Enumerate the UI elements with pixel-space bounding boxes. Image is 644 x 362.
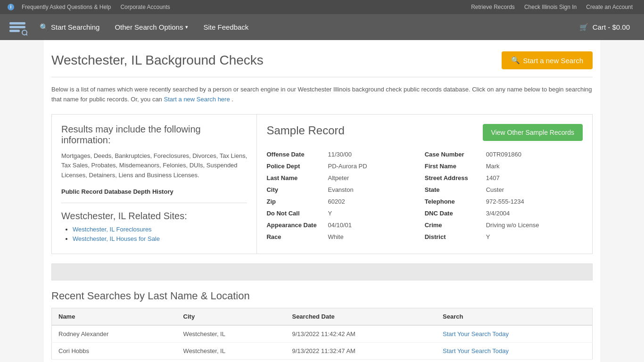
start-searching-link[interactable]: 🔍 Start Searching: [33, 19, 106, 35]
recent-searches-table: Name City Searched Date Search Rodney Al…: [51, 308, 593, 360]
field-value: Y: [486, 233, 490, 240]
record-field: Case Number 00TR091860: [425, 148, 583, 160]
field-value: Evanston: [328, 186, 353, 193]
corporate-accounts-link[interactable]: Corporate Accounts: [120, 4, 170, 10]
field-label: Case Number: [425, 151, 486, 158]
related-heading: Westchester, IL Related Sites:: [61, 211, 247, 222]
record-field: Police Dept PD-Aurora PD: [266, 160, 424, 172]
field-label: Last Name: [266, 174, 328, 181]
list-item: Westchester, IL Houses for Sale: [73, 235, 247, 242]
row-search: Start Your Search Today: [436, 342, 592, 359]
check-illinois-signin-link[interactable]: Check Illinois Sign In: [524, 4, 577, 10]
field-label: Race: [266, 233, 328, 240]
row-city: Westchester, IL: [177, 342, 286, 359]
record-field: State Custer: [425, 184, 583, 196]
right-column: Sample Record View Other Sample Records …: [257, 115, 592, 254]
col-name: Name: [52, 308, 177, 325]
page-title: Westchester, IL Background Checks: [51, 53, 264, 68]
field-label: Do Not Call: [266, 210, 328, 217]
intro-search-link[interactable]: Start a new Search here: [164, 96, 230, 103]
start-new-search-button[interactable]: 🔍 Start a new Search: [502, 51, 593, 69]
site-feedback-link[interactable]: Site Feedback: [197, 19, 255, 35]
search-icon: 🔍: [511, 56, 520, 65]
record-fields-right: Case Number 00TR091860 First Name Mark S…: [425, 148, 583, 243]
row-date: 9/13/2022 11:42:42 AM: [285, 325, 436, 343]
record-field: Do Not Call Y: [266, 207, 424, 219]
record-field: Offense Date 11/30/00: [266, 148, 424, 160]
info-icon: i: [8, 4, 14, 10]
retrieve-records-link[interactable]: Retrieve Records: [471, 4, 515, 10]
field-value: 972-555-1234: [486, 198, 524, 205]
row-search: Start Your Search Today: [436, 325, 592, 343]
record-field: Race White: [266, 231, 424, 243]
field-label: Zip: [266, 198, 328, 205]
col-search: Search: [436, 308, 592, 325]
db-history-link[interactable]: Public Record Database Depth History: [61, 188, 247, 195]
svg-rect-1: [9, 22, 25, 25]
field-value: 60202: [328, 198, 345, 205]
left-column: Results may include the following inform…: [52, 115, 257, 254]
recent-searches-title: Recent Searches by Last Name & Location: [51, 290, 593, 302]
table-row: Rodney Alexander Westchester, IL 9/13/20…: [52, 325, 593, 343]
field-label: District: [425, 233, 486, 240]
other-search-options-link[interactable]: Other Search Options: [108, 19, 195, 35]
field-value: 3/4/2004: [486, 210, 510, 217]
field-value: 1407: [486, 174, 500, 181]
field-label: Offense Date: [266, 151, 328, 158]
record-field: Last Name Altpeter: [266, 172, 424, 184]
utility-bar: i Frequently Asked Questions & Help Corp…: [0, 0, 644, 14]
search-today-link[interactable]: Start Your Search Today: [443, 330, 509, 337]
table-row: Cori Hobbs Westchester, IL 9/13/2022 11:…: [52, 342, 593, 359]
related-sites-list: Westchester, IL Foreclosures Westchester…: [61, 225, 247, 242]
record-field: Telephone 972-555-1234: [425, 196, 583, 207]
utility-bar-right: Retrieve Records Check Illinois Sign In …: [467, 4, 636, 10]
page-content: Westchester, IL Background Checks 🔍 Star…: [44, 40, 600, 362]
sample-header: Sample Record View Other Sample Records: [266, 124, 583, 141]
field-value: 11/30/00: [328, 151, 352, 158]
foreclosures-link[interactable]: Westchester, IL Foreclosures: [73, 226, 152, 233]
field-label: Street Address: [425, 174, 486, 181]
field-label: City: [266, 186, 328, 193]
field-value: PD-Aurora PD: [328, 163, 367, 170]
field-value: White: [328, 233, 343, 240]
view-other-samples-button[interactable]: View Other Sample Records: [483, 124, 583, 141]
field-label: Appearance Date: [266, 222, 328, 229]
record-field: District Y: [425, 231, 583, 243]
record-field: Crime Driving w/o License: [425, 219, 583, 231]
field-value: Altpeter: [328, 174, 349, 181]
main-nav: 🔍 Start Searching Other Search Options S…: [0, 14, 644, 40]
record-field: Appearance Date 04/10/01: [266, 219, 424, 231]
search-today-link[interactable]: Start Your Search Today: [443, 347, 509, 354]
field-value: 00TR091860: [486, 151, 521, 158]
field-value: Custer: [486, 186, 504, 193]
cart-link[interactable]: 🛒 Cart - $0.00: [573, 19, 636, 35]
results-text: Mortgages, Deeds, Bankruptcies, Foreclos…: [61, 151, 247, 181]
nav-right: 🛒 Cart - $0.00: [573, 19, 636, 35]
record-field: Street Address 1407: [425, 172, 583, 184]
nav-left: 🔍 Start Searching Other Search Options S…: [8, 18, 255, 36]
page-header: Westchester, IL Background Checks 🔍 Star…: [51, 51, 593, 77]
record-grid: Offense Date 11/30/00 Police Dept PD-Aur…: [266, 148, 583, 243]
list-item: Westchester, IL Foreclosures: [73, 225, 247, 233]
utility-bar-left: i Frequently Asked Questions & Help Corp…: [8, 4, 174, 10]
field-label: DNC Date: [425, 210, 486, 217]
intro-text: Below is a list of names which were rece…: [51, 85, 593, 105]
svg-rect-2: [9, 26, 25, 28]
col-date: Searched Date: [285, 308, 436, 325]
record-field: First Name Mark: [425, 160, 583, 172]
cart-icon: 🛒: [579, 23, 588, 32]
field-value: 04/10/01: [328, 222, 352, 229]
search-icon: 🔍: [40, 23, 49, 32]
two-col-section: Results may include the following inform…: [51, 114, 593, 254]
svg-rect-3: [9, 30, 20, 32]
sample-record-title: Sample Record: [266, 124, 344, 137]
faq-link[interactable]: Frequently Asked Questions & Help: [22, 4, 111, 10]
houses-for-sale-link[interactable]: Westchester, IL Houses for Sale: [73, 235, 160, 242]
create-account-link[interactable]: Create an Account: [586, 4, 633, 10]
row-name: Cori Hobbs: [52, 342, 177, 359]
table-header-row: Name City Searched Date Search: [52, 308, 593, 325]
record-field: DNC Date 3/4/2004: [425, 207, 583, 219]
record-fields-left: Offense Date 11/30/00 Police Dept PD-Aur…: [266, 148, 424, 243]
col-city: City: [177, 308, 286, 325]
record-field: Zip 60202: [266, 196, 424, 207]
